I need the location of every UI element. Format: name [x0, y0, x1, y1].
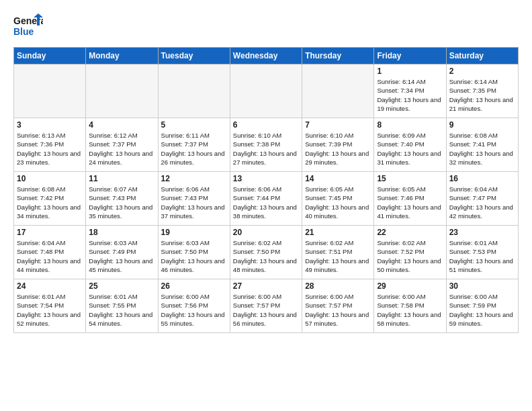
- svg-text:Blue: Blue: [13, 26, 34, 37]
- calendar-cell: 17Sunrise: 6:04 AM Sunset: 7:48 PM Dayli…: [14, 226, 86, 279]
- calendar-header-row: SundayMondayTuesdayWednesdayThursdayFrid…: [14, 48, 519, 64]
- day-info: Sunrise: 6:00 AM Sunset: 7:56 PM Dayligh…: [161, 292, 227, 328]
- calendar-cell: 22Sunrise: 6:02 AM Sunset: 7:52 PM Dayli…: [374, 226, 446, 279]
- weekday-header: Friday: [374, 48, 446, 64]
- calendar-cell: 28Sunrise: 6:00 AM Sunset: 7:57 PM Dayli…: [302, 279, 374, 333]
- calendar-cell: 9Sunrise: 6:08 AM Sunset: 7:41 PM Daylig…: [446, 118, 518, 172]
- calendar-cell: 30Sunrise: 6:00 AM Sunset: 7:59 PM Dayli…: [446, 279, 518, 333]
- day-info: Sunrise: 6:10 AM Sunset: 7:39 PM Dayligh…: [305, 131, 371, 167]
- weekday-header: Monday: [86, 48, 158, 64]
- day-number: 3: [17, 120, 83, 130]
- logo-svg: General Blue: [13, 11, 43, 40]
- day-number: 7: [305, 120, 371, 130]
- day-info: Sunrise: 6:06 AM Sunset: 7:43 PM Dayligh…: [161, 185, 227, 220]
- day-number: 25: [89, 281, 154, 291]
- day-info: Sunrise: 6:01 AM Sunset: 7:55 PM Dayligh…: [89, 292, 154, 328]
- calendar-cell: 19Sunrise: 6:03 AM Sunset: 7:50 PM Dayli…: [158, 226, 230, 279]
- day-number: 20: [233, 228, 299, 237]
- day-info: Sunrise: 6:11 AM Sunset: 7:37 PM Dayligh…: [161, 131, 227, 167]
- calendar-week-row: 3Sunrise: 6:13 AM Sunset: 7:36 PM Daylig…: [14, 118, 519, 172]
- day-number: 19: [161, 228, 227, 237]
- day-info: Sunrise: 6:00 AM Sunset: 7:57 PM Dayligh…: [233, 292, 299, 328]
- weekday-header: Sunday: [14, 48, 86, 64]
- calendar-cell: [302, 64, 374, 118]
- day-info: Sunrise: 6:00 AM Sunset: 7:58 PM Dayligh…: [377, 292, 443, 328]
- calendar-cell: 11Sunrise: 6:07 AM Sunset: 7:43 PM Dayli…: [86, 172, 158, 226]
- day-number: 8: [377, 120, 443, 130]
- calendar-cell: 10Sunrise: 6:08 AM Sunset: 7:42 PM Dayli…: [14, 172, 86, 226]
- calendar-cell: 6Sunrise: 6:10 AM Sunset: 7:38 PM Daylig…: [230, 118, 302, 172]
- day-number: 28: [305, 281, 371, 291]
- weekday-header: Wednesday: [230, 48, 302, 64]
- weekday-header: Saturday: [446, 48, 518, 64]
- calendar-week-row: 1Sunrise: 6:14 AM Sunset: 7:34 PM Daylig…: [14, 64, 519, 118]
- weekday-header: Thursday: [302, 48, 374, 64]
- day-info: Sunrise: 6:14 AM Sunset: 7:35 PM Dayligh…: [449, 77, 515, 113]
- day-info: Sunrise: 6:13 AM Sunset: 7:36 PM Dayligh…: [17, 131, 83, 167]
- day-info: Sunrise: 6:02 AM Sunset: 7:52 PM Dayligh…: [377, 238, 443, 274]
- day-number: 11: [89, 174, 154, 183]
- calendar-cell: 3Sunrise: 6:13 AM Sunset: 7:36 PM Daylig…: [14, 118, 86, 172]
- day-number: 26: [161, 281, 227, 291]
- day-info: Sunrise: 6:03 AM Sunset: 7:49 PM Dayligh…: [89, 238, 154, 274]
- calendar-week-row: 24Sunrise: 6:01 AM Sunset: 7:54 PM Dayli…: [14, 279, 519, 333]
- day-info: Sunrise: 6:00 AM Sunset: 7:57 PM Dayligh…: [305, 292, 371, 328]
- calendar-cell: [230, 64, 302, 118]
- page: General Blue SundayMondayTuesdayWednesda…: [0, 0, 532, 340]
- calendar-cell: [14, 64, 86, 118]
- day-info: Sunrise: 6:08 AM Sunset: 7:41 PM Dayligh…: [449, 131, 515, 167]
- day-number: 6: [233, 120, 299, 130]
- day-number: 2: [449, 66, 515, 76]
- day-number: 27: [233, 281, 299, 291]
- day-number: 17: [17, 228, 83, 237]
- header-area: General Blue: [13, 11, 519, 40]
- day-number: 30: [449, 281, 515, 291]
- day-number: 29: [377, 281, 443, 291]
- calendar-cell: 14Sunrise: 6:05 AM Sunset: 7:45 PM Dayli…: [302, 172, 374, 226]
- day-number: 15: [377, 174, 443, 183]
- day-info: Sunrise: 6:02 AM Sunset: 7:51 PM Dayligh…: [305, 238, 371, 274]
- day-info: Sunrise: 6:01 AM Sunset: 7:53 PM Dayligh…: [449, 238, 515, 274]
- calendar-cell: 5Sunrise: 6:11 AM Sunset: 7:37 PM Daylig…: [158, 118, 230, 172]
- calendar-cell: 18Sunrise: 6:03 AM Sunset: 7:49 PM Dayli…: [86, 226, 158, 279]
- day-number: 18: [89, 228, 154, 237]
- calendar-cell: 29Sunrise: 6:00 AM Sunset: 7:58 PM Dayli…: [374, 279, 446, 333]
- day-info: Sunrise: 6:03 AM Sunset: 7:50 PM Dayligh…: [161, 238, 227, 274]
- logo: General Blue: [13, 11, 43, 40]
- day-number: 13: [233, 174, 299, 183]
- day-number: 21: [305, 228, 371, 237]
- day-info: Sunrise: 6:08 AM Sunset: 7:42 PM Dayligh…: [17, 185, 83, 220]
- calendar-week-row: 10Sunrise: 6:08 AM Sunset: 7:42 PM Dayli…: [14, 172, 519, 226]
- day-number: 23: [449, 228, 515, 237]
- calendar-cell: 12Sunrise: 6:06 AM Sunset: 7:43 PM Dayli…: [158, 172, 230, 226]
- calendar-cell: 4Sunrise: 6:12 AM Sunset: 7:37 PM Daylig…: [86, 118, 158, 172]
- calendar-cell: 20Sunrise: 6:02 AM Sunset: 7:50 PM Dayli…: [230, 226, 302, 279]
- calendar-cell: 15Sunrise: 6:05 AM Sunset: 7:46 PM Dayli…: [374, 172, 446, 226]
- weekday-header: Tuesday: [158, 48, 230, 64]
- calendar-cell: 24Sunrise: 6:01 AM Sunset: 7:54 PM Dayli…: [14, 279, 86, 333]
- calendar-cell: 25Sunrise: 6:01 AM Sunset: 7:55 PM Dayli…: [86, 279, 158, 333]
- day-info: Sunrise: 6:12 AM Sunset: 7:37 PM Dayligh…: [89, 131, 154, 167]
- day-number: 9: [449, 120, 515, 130]
- day-info: Sunrise: 6:09 AM Sunset: 7:40 PM Dayligh…: [377, 131, 443, 167]
- day-number: 10: [17, 174, 83, 183]
- day-info: Sunrise: 6:05 AM Sunset: 7:46 PM Dayligh…: [377, 185, 443, 220]
- day-number: 5: [161, 120, 227, 130]
- day-number: 24: [17, 281, 83, 291]
- day-number: 12: [161, 174, 227, 183]
- day-info: Sunrise: 6:05 AM Sunset: 7:45 PM Dayligh…: [305, 185, 371, 220]
- day-info: Sunrise: 6:10 AM Sunset: 7:38 PM Dayligh…: [233, 131, 299, 167]
- calendar-cell: 27Sunrise: 6:00 AM Sunset: 7:57 PM Dayli…: [230, 279, 302, 333]
- calendar-cell: 13Sunrise: 6:06 AM Sunset: 7:44 PM Dayli…: [230, 172, 302, 226]
- day-info: Sunrise: 6:04 AM Sunset: 7:47 PM Dayligh…: [449, 185, 515, 220]
- day-info: Sunrise: 6:04 AM Sunset: 7:48 PM Dayligh…: [17, 238, 83, 274]
- day-info: Sunrise: 6:14 AM Sunset: 7:34 PM Dayligh…: [377, 77, 443, 113]
- calendar-cell: 23Sunrise: 6:01 AM Sunset: 7:53 PM Dayli…: [446, 226, 518, 279]
- day-info: Sunrise: 6:06 AM Sunset: 7:44 PM Dayligh…: [233, 185, 299, 220]
- calendar-cell: 21Sunrise: 6:02 AM Sunset: 7:51 PM Dayli…: [302, 226, 374, 279]
- calendar-cell: [86, 64, 158, 118]
- day-info: Sunrise: 6:02 AM Sunset: 7:50 PM Dayligh…: [233, 238, 299, 274]
- day-number: 1: [377, 66, 443, 76]
- calendar-cell: 2Sunrise: 6:14 AM Sunset: 7:35 PM Daylig…: [446, 64, 518, 118]
- calendar-week-row: 17Sunrise: 6:04 AM Sunset: 7:48 PM Dayli…: [14, 226, 519, 279]
